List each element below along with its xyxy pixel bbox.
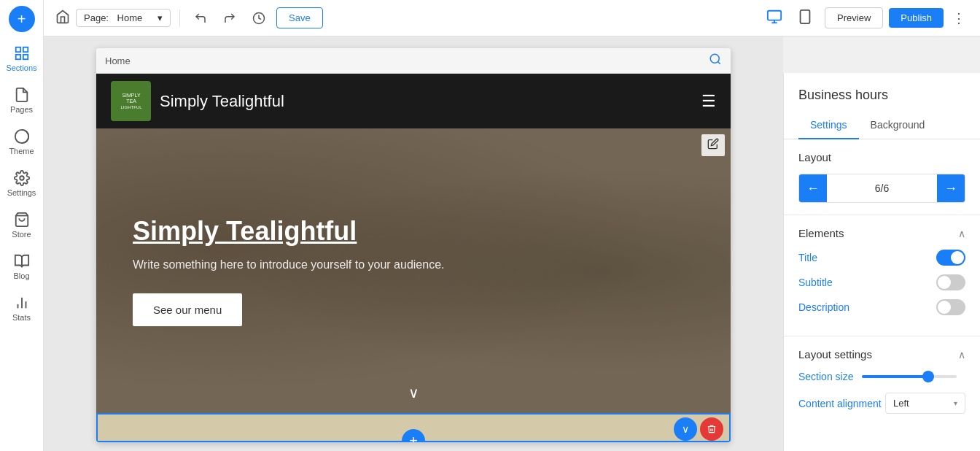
desktop-button[interactable]: [761, 6, 788, 30]
browser-frame: Home SIMPLY TEA LIGHTFUL Simply Teali: [96, 48, 731, 442]
sidebar-item-settings-label: Settings: [7, 188, 36, 197]
logo-image: SIMPLY TEA LIGHTFUL: [111, 81, 151, 121]
site-navigation: SIMPLY TEA LIGHTFUL Simply Tealightful ☰: [96, 74, 731, 128]
svg-point-16: [710, 54, 719, 63]
undo-button[interactable]: [189, 7, 212, 30]
panel-tabs: Settings Background: [784, 112, 980, 139]
svg-text:SIMPLY: SIMPLY: [122, 93, 140, 98]
redo-button[interactable]: [218, 7, 241, 30]
sidebar-item-blog[interactable]: Blog: [0, 246, 43, 288]
site-name: Simply Tealightful: [160, 92, 284, 111]
sidebar-item-sections-label: Sections: [6, 63, 36, 72]
section-size-label: Section size: [798, 371, 853, 382]
subtitle-toggle[interactable]: [936, 274, 965, 290]
search-icon[interactable]: [709, 53, 722, 69]
history-button[interactable]: [247, 7, 271, 30]
sidebar-item-theme[interactable]: Theme: [0, 121, 43, 163]
title-toggle-row: Title: [798, 250, 965, 266]
add-section-button[interactable]: +: [9, 6, 35, 32]
hero-title: Simply Tealightful: [133, 216, 694, 247]
preview-button[interactable]: Preview: [825, 7, 883, 28]
more-options-button[interactable]: ⋮: [949, 7, 968, 29]
select-chevron-icon: ▾: [954, 399, 957, 407]
elements-section: Elements ∧ Title Subtitle Description: [784, 215, 980, 336]
svg-line-17: [718, 61, 720, 63]
sidebar-item-pages-label: Pages: [10, 105, 33, 114]
svg-rect-3: [23, 55, 27, 59]
sidebar-item-pages[interactable]: Pages: [0, 80, 43, 121]
layout-section-title: Layout: [798, 151, 965, 163]
sidebar-item-stats-label: Stats: [12, 313, 31, 322]
browser-bar: Home: [96, 48, 731, 74]
hero-cta-button[interactable]: See our menu: [133, 293, 242, 326]
hero-section: Simply Tealightful Write something here …: [96, 128, 731, 413]
left-sidebar: + Sections Pages Theme Settings: [0, 0, 44, 451]
sidebar-item-stats[interactable]: Stats: [0, 288, 43, 329]
layout-value: 6/6: [827, 182, 937, 194]
svg-rect-1: [23, 47, 27, 52]
mobile-button[interactable]: [791, 6, 819, 30]
sidebar-item-settings[interactable]: Settings: [0, 163, 43, 204]
home-icon[interactable]: [55, 9, 70, 27]
selected-section[interactable]: + ∨: [96, 413, 731, 442]
elements-section-title: Elements ∧: [798, 227, 965, 239]
publish-button[interactable]: Publish: [889, 8, 944, 28]
top-bar: Page: Home ▾ Save Preview Pu: [44, 0, 980, 36]
layout-prev-button[interactable]: ←: [799, 174, 827, 202]
layout-section: Layout ← 6/6 →: [784, 139, 980, 215]
add-section-button-bottom[interactable]: +: [402, 429, 425, 442]
page-selector[interactable]: Page: Home ▾: [76, 9, 171, 27]
svg-text:TEA: TEA: [126, 99, 136, 104]
browser-url: Home: [105, 55, 131, 66]
description-toggle-label: Description: [798, 301, 849, 313]
content-alignment-label: Content alignment: [798, 398, 882, 409]
delete-section-button[interactable]: [700, 417, 723, 441]
title-toggle-label: Title: [798, 252, 817, 263]
svg-point-5: [20, 176, 24, 180]
layout-next-button[interactable]: →: [937, 174, 965, 202]
device-toggle: [761, 6, 819, 30]
subtitle-toggle-row: Subtitle: [798, 274, 965, 290]
sidebar-item-blog-label: Blog: [13, 271, 29, 280]
panel-title: Business hours: [784, 73, 980, 112]
sidebar-item-sections[interactable]: Sections: [0, 38, 43, 80]
right-panel: Business hours Settings Background Layou…: [783, 73, 980, 451]
layout-nav: ← 6/6 →: [798, 174, 965, 203]
save-button[interactable]: Save: [276, 7, 323, 28]
move-section-down-button[interactable]: ∨: [674, 417, 697, 441]
content-alignment-row: Content alignment Left ▾: [798, 393, 965, 414]
svg-rect-2: [15, 55, 20, 59]
tab-settings[interactable]: Settings: [798, 112, 859, 139]
sidebar-item-store[interactable]: Store: [0, 204, 43, 246]
sidebar-item-store-label: Store: [12, 230, 31, 239]
section-edit-icon[interactable]: [701, 134, 725, 156]
divider-1: [179, 9, 180, 27]
svg-rect-0: [15, 47, 20, 52]
site-logo: SIMPLY TEA LIGHTFUL Simply Tealightful: [111, 81, 284, 121]
top-bar-right: Preview Publish ⋮: [825, 7, 968, 29]
svg-rect-11: [768, 11, 781, 20]
page-value: Home: [117, 12, 143, 23]
section-size-slider[interactable]: [862, 375, 957, 378]
svg-text:LIGHTFUL: LIGHTFUL: [120, 105, 142, 109]
hero-subtitle: Write something here to introduce yourse…: [133, 258, 694, 271]
subtitle-toggle-label: Subtitle: [798, 277, 833, 288]
content-alignment-value: Left: [893, 398, 909, 409]
layout-settings-collapse-icon[interactable]: ∧: [958, 349, 965, 361]
page-label: Page:: [84, 12, 109, 23]
section-actions: ∨: [674, 417, 723, 441]
elements-collapse-icon[interactable]: ∧: [958, 228, 965, 239]
sidebar-item-theme-label: Theme: [9, 147, 34, 155]
layout-settings-section: Layout settings ∧ Section size Content a…: [784, 336, 980, 436]
scroll-down-icon: ∨: [408, 384, 419, 401]
section-size-row: Section size: [798, 371, 965, 382]
description-toggle-row: Description: [798, 299, 965, 315]
content-alignment-select[interactable]: Left ▾: [885, 393, 965, 414]
description-toggle[interactable]: [936, 299, 965, 315]
tab-background[interactable]: Background: [859, 112, 937, 139]
hamburger-menu-icon[interactable]: ☰: [701, 92, 716, 111]
title-toggle[interactable]: [936, 250, 965, 266]
layout-settings-title: Layout settings ∧: [798, 348, 965, 361]
